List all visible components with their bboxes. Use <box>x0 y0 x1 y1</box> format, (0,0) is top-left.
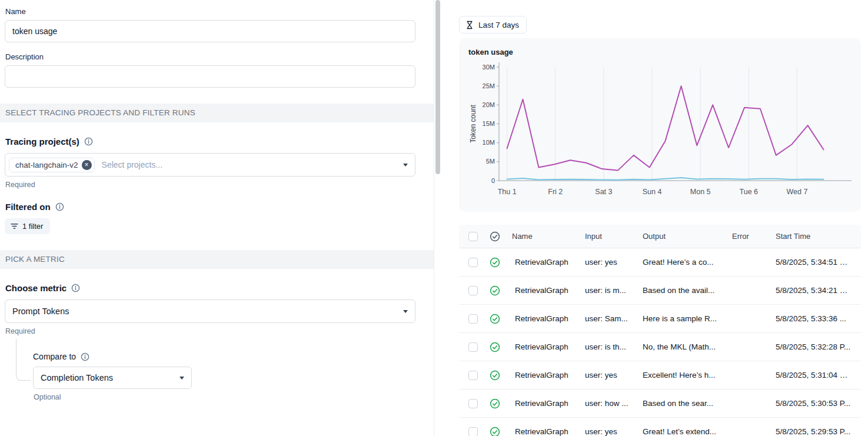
svg-text:Mon 5: Mon 5 <box>690 188 711 196</box>
info-icon[interactable] <box>55 202 64 211</box>
name-input[interactable] <box>5 20 415 42</box>
chevron-down-icon <box>403 164 408 167</box>
run-output: Great! Let’s extend... <box>639 427 729 436</box>
run-input: user: Sam... <box>581 314 639 323</box>
description-label: Description <box>5 52 434 61</box>
row-checkbox[interactable] <box>468 399 478 408</box>
success-status-icon <box>490 285 508 296</box>
tracing-projects-select[interactable]: chat-langchain-v2 × Select projects... <box>5 153 415 177</box>
table-row[interactable]: RetrievalGraph user: is th... No, the MK… <box>459 333 861 361</box>
run-output: No, the MKL (Math... <box>639 342 729 351</box>
run-start-time: 5/8/2025, 5:33:36 ... <box>772 314 856 323</box>
info-icon[interactable] <box>84 137 93 146</box>
table-row[interactable]: RetrievalGraph user: yes Great! Here’s a… <box>459 248 861 277</box>
choose-metric-label: Choose metric <box>5 283 66 293</box>
table-header-row: Name Input Output Error Start Time <box>459 225 861 248</box>
time-range-button[interactable]: Last 7 days <box>459 16 527 34</box>
filter-count-label: 1 filter <box>22 222 43 231</box>
table-body: RetrievalGraph user: yes Great! Here’s a… <box>459 248 861 436</box>
chevron-down-icon <box>403 310 408 313</box>
svg-text:10M: 10M <box>483 139 495 146</box>
svg-text:15M: 15M <box>483 120 495 127</box>
info-icon[interactable] <box>71 284 80 292</box>
left-panel-scrollbar[interactable] <box>434 0 441 436</box>
filter-count-button[interactable]: 1 filter <box>5 218 50 234</box>
svg-text:5M: 5M <box>486 158 495 165</box>
table-row[interactable]: RetrievalGraph user: yes Excellent! Here… <box>459 361 861 390</box>
projects-placeholder: Select projects... <box>102 160 163 169</box>
compare-to-label: Compare to <box>33 352 76 361</box>
tracing-projects-label: Tracing project(s) <box>5 137 79 147</box>
hourglass-icon <box>465 21 474 29</box>
table-row[interactable]: RetrievalGraph user: Sam... Here is a sa… <box>459 305 861 333</box>
run-name[interactable]: RetrievalGraph <box>508 342 581 351</box>
run-output: Excellent! Here’s h... <box>639 371 729 380</box>
run-output: Great! Here’s a co... <box>639 258 729 267</box>
table-row[interactable]: RetrievalGraph user: yes Great! Let’s ex… <box>459 418 861 436</box>
run-input: user: yes <box>581 258 639 267</box>
run-name[interactable]: RetrievalGraph <box>508 427 581 436</box>
select-all-checkbox[interactable] <box>468 232 478 241</box>
run-name[interactable]: RetrievalGraph <box>508 258 581 267</box>
run-input: user: how ... <box>581 399 639 408</box>
chart-title: token usage <box>468 48 852 56</box>
column-header-error: Error <box>729 232 772 241</box>
run-name[interactable]: RetrievalGraph <box>508 399 581 408</box>
runs-table: Name Input Output Error Start Time Retri… <box>459 225 861 436</box>
run-name[interactable]: RetrievalGraph <box>508 286 581 295</box>
run-name[interactable]: RetrievalGraph <box>508 371 581 380</box>
svg-text:Sat 3: Sat 3 <box>595 188 612 196</box>
run-name[interactable]: RetrievalGraph <box>508 314 581 323</box>
project-chip-label: chat-langchain-v2 <box>15 161 78 169</box>
metric-required-hint: Required <box>5 327 434 335</box>
section-header-metric: PICK A METRIC <box>0 250 434 269</box>
row-checkbox[interactable] <box>468 371 478 380</box>
run-input: user: yes <box>581 427 639 436</box>
column-header-start-time: Start Time <box>772 232 856 241</box>
tracing-required-hint: Required <box>5 181 434 189</box>
compare-metric-select[interactable]: Completion Tokens <box>33 367 192 389</box>
run-output: Based on the sear... <box>639 399 729 408</box>
description-input[interactable] <box>5 65 415 88</box>
run-start-time: 5/8/2025, 5:34:21 PM <box>772 286 856 295</box>
row-checkbox[interactable] <box>468 427 478 436</box>
svg-text:Wed 7: Wed 7 <box>786 188 807 196</box>
row-checkbox[interactable] <box>468 314 478 324</box>
app-window: Name Description SELECT TRACING PROJECTS… <box>0 0 868 436</box>
column-header-input: Input <box>581 232 639 241</box>
svg-text:Tue 6: Tue 6 <box>740 188 759 196</box>
svg-text:Fri 2: Fri 2 <box>548 188 563 196</box>
remove-project-icon[interactable]: × <box>82 160 92 170</box>
column-header-name: Name <box>508 232 581 241</box>
row-checkbox[interactable] <box>468 286 478 295</box>
metric-select[interactable]: Prompt Tokens <box>5 299 415 323</box>
run-input: user: is th... <box>581 342 639 351</box>
row-checkbox[interactable] <box>468 258 478 267</box>
success-status-icon <box>490 342 508 352</box>
section-header-projects: SELECT TRACING PROJECTS AND FILTER RUNS <box>0 104 434 122</box>
filtered-on-label: Filtered on <box>5 202 51 212</box>
run-start-time: 5/8/2025, 5:29:53 P... <box>772 427 856 436</box>
chevron-down-icon <box>179 377 184 380</box>
name-label: Name <box>5 7 434 16</box>
column-header-output: Output <box>639 232 729 241</box>
success-status-icon <box>490 427 508 436</box>
table-row[interactable]: RetrievalGraph user: is m... Based on th… <box>459 277 861 305</box>
row-checkbox[interactable] <box>468 342 478 352</box>
run-output: Here is a sample R... <box>639 314 729 323</box>
metric-select-value: Prompt Tokens <box>12 307 69 316</box>
run-input: user: is m... <box>581 286 639 295</box>
table-row[interactable]: RetrievalGraph user: how ... Based on th… <box>459 390 861 418</box>
run-start-time: 5/8/2025, 5:31:04 PM <box>772 371 856 380</box>
compare-optional-hint: Optional <box>34 393 434 401</box>
info-icon[interactable] <box>81 352 89 361</box>
svg-text:Sun 4: Sun 4 <box>643 188 662 196</box>
scrollbar-thumb[interactable] <box>435 0 440 174</box>
run-start-time: 5/8/2025, 5:32:28 P... <box>772 342 856 351</box>
svg-text:25M: 25M <box>483 82 495 89</box>
svg-text:20M: 20M <box>483 101 495 108</box>
filter-icon <box>11 222 18 230</box>
preview-panel: Last 7 days token usage Thu 1Fri 2Sat 3S… <box>441 0 868 436</box>
chart-card: token usage Thu 1Fri 2Sat 3Sun 4Mon 5Tue… <box>459 38 861 212</box>
run-input: user: yes <box>581 371 639 380</box>
